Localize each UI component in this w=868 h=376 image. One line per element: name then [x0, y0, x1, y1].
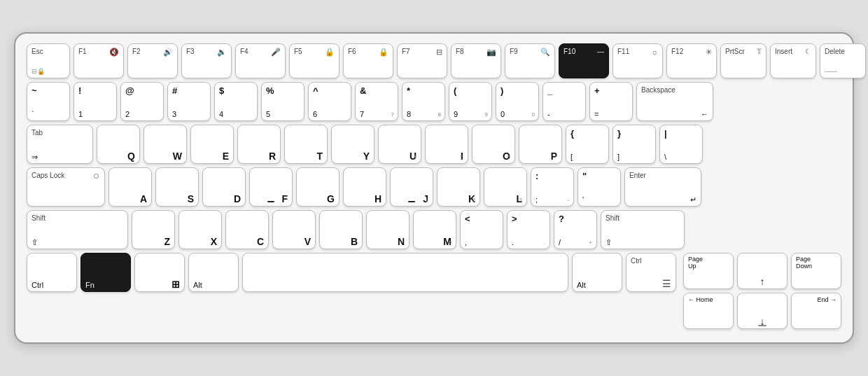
key-rbracket[interactable]: } ] — [612, 125, 656, 164]
key-minus[interactable]: _ - — [542, 82, 586, 121]
key-x[interactable]: X — [178, 210, 222, 249]
key-e[interactable]: E — [190, 125, 234, 164]
key-f[interactable]: F — [249, 167, 293, 207]
key-alt-left[interactable]: Alt — [188, 253, 239, 292]
key-pagedown[interactable]: PageDown — [791, 253, 841, 289]
key-down[interactable]: ↓ — [737, 293, 788, 329]
key-8[interactable]: * 8 8 — [402, 82, 445, 121]
key-f3[interactable]: F3 🔉 — [181, 43, 232, 78]
key-l[interactable]: L 3 — [484, 167, 527, 207]
key-p[interactable]: P * — [519, 125, 562, 164]
key-2[interactable]: @ 2 — [120, 82, 164, 121]
key-end[interactable]: End → — [791, 293, 841, 329]
key-equals[interactable]: + = — [589, 82, 633, 121]
key-pageup[interactable]: PageUp — [683, 253, 734, 289]
key-s[interactable]: S — [155, 167, 199, 207]
key-insert[interactable]: Insert ☾ — [770, 43, 816, 78]
key-f5[interactable]: F5 🔒 — [289, 43, 340, 78]
key-shift-right[interactable]: Shift ⇧ — [601, 210, 685, 249]
key-f12[interactable]: F12 ✳ — [666, 43, 717, 78]
key-home[interactable]: ← Home — [683, 293, 734, 329]
key-f9[interactable]: F9 🔍 — [505, 43, 555, 78]
key-q[interactable]: Q — [97, 125, 140, 164]
key-d[interactable]: D — [202, 167, 246, 207]
key-semicolon[interactable]: : ; - — [531, 167, 574, 207]
keyboard: Esc ⊟🔒 F1 🔇 F2 🔊 F3 🔉 F4 🎤 F5 🔒 F6 🔒 F7 — [14, 32, 854, 344]
key-space[interactable] — [242, 253, 568, 292]
key-t[interactable]: T — [284, 125, 328, 164]
key-shift-left[interactable]: Shift ⇧ — [27, 210, 128, 249]
key-1[interactable]: ! 1 — [74, 82, 117, 121]
qwerty-row: Tab ⇒ Q W E R T Y U 4 I 5 O 6 P * { [ } — [27, 125, 841, 164]
key-7[interactable]: & 7 7 — [355, 82, 398, 121]
key-3[interactable]: # 3 — [167, 82, 211, 121]
key-a[interactable]: A — [108, 167, 152, 207]
key-m[interactable]: M 0 — [413, 210, 456, 249]
key-n[interactable]: N — [366, 210, 410, 249]
key-f8[interactable]: F8 📷 — [451, 43, 501, 78]
key-f10[interactable]: F10 — — [559, 43, 609, 78]
key-ctrl-left[interactable]: Ctrl — [27, 253, 77, 292]
key-g[interactable]: G — [296, 167, 340, 207]
key-k[interactable]: K 2 — [437, 167, 480, 207]
key-9[interactable]: ( 9 9 — [449, 82, 492, 121]
key-tab[interactable]: Tab ⇒ — [27, 125, 93, 164]
key-u[interactable]: U 4 — [378, 125, 421, 164]
key-quote[interactable]: " ' — [578, 167, 621, 207]
key-f1[interactable]: F1 🔇 — [74, 43, 124, 78]
key-ctrl-right[interactable]: Ctrl ☰ — [626, 253, 676, 292]
key-backspace[interactable]: Backspace ← — [636, 82, 713, 121]
key-enter[interactable]: Enter ↵ — [624, 167, 701, 207]
key-j[interactable]: J 1 — [390, 167, 433, 207]
key-h[interactable]: H — [343, 167, 386, 207]
key-up[interactable]: ↑ — [737, 253, 788, 289]
key-v[interactable]: V — [272, 210, 316, 249]
key-esc[interactable]: Esc ⊟🔒 — [27, 43, 70, 78]
key-w[interactable]: W — [144, 125, 187, 164]
key-prtscr[interactable]: PrtScr 𝕋 — [720, 43, 766, 78]
zxcv-row: Shift ⇧ Z X C V B N M 0 < , > . . ? / + … — [27, 210, 841, 249]
key-0[interactable]: ) 0 0 — [496, 82, 539, 121]
bottom-row: Ctrl Fn ⊞ Alt Alt Ctrl ☰ Pa — [27, 253, 841, 329]
key-alt-right[interactable]: Alt — [572, 253, 622, 292]
key-z[interactable]: Z — [132, 210, 175, 249]
key-win[interactable]: ⊞ — [134, 253, 185, 292]
key-backslash[interactable]: | \ — [659, 125, 703, 164]
key-y[interactable]: Y — [331, 125, 374, 164]
key-5[interactable]: % 5 — [261, 82, 304, 121]
key-o[interactable]: O 6 — [472, 125, 515, 164]
key-f4[interactable]: F4 🎤 — [235, 43, 286, 78]
key-6[interactable]: ^ 6 — [308, 82, 351, 121]
asdf-row: Caps Lock A S D F G H J 1 K 2 L 3 : ; - — [27, 167, 841, 207]
key-4[interactable]: $ 4 — [214, 82, 258, 121]
key-c[interactable]: C — [225, 210, 269, 249]
key-tilde[interactable]: ~ ` — [27, 82, 70, 121]
fn-row: Esc ⊟🔒 F1 🔇 F2 🔊 F3 🔉 F4 🎤 F5 🔒 F6 🔒 F7 — [27, 43, 841, 78]
key-lbracket[interactable]: { [ — [566, 125, 609, 164]
key-period[interactable]: > . . — [507, 210, 550, 249]
key-fn[interactable]: Fn — [80, 253, 131, 292]
key-comma[interactable]: < , — [460, 210, 503, 249]
key-f2[interactable]: F2 🔊 — [127, 43, 178, 78]
key-delete[interactable]: Delete —— — [820, 43, 866, 78]
key-f11[interactable]: F11 ☼ — [612, 43, 663, 78]
key-r[interactable]: R — [237, 125, 281, 164]
key-capslock[interactable]: Caps Lock — [27, 167, 105, 207]
key-slash[interactable]: ? / + — [554, 210, 597, 249]
number-row: ~ ` ! 1 @ 2 # 3 $ 4 % 5 ^ 6 & 7 7 — [27, 82, 841, 121]
key-f7[interactable]: F7 ⊟ — [397, 43, 447, 78]
key-i[interactable]: I 5 — [425, 125, 468, 164]
key-b[interactable]: B — [319, 210, 363, 249]
key-f6[interactable]: F6 🔒 — [343, 43, 393, 78]
caps-lock-indicator — [94, 174, 99, 179]
